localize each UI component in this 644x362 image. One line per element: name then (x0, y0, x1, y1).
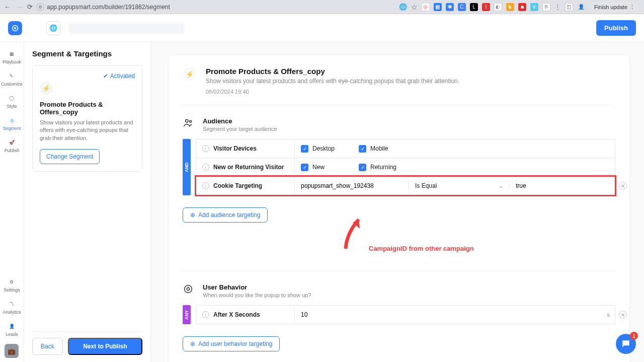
rail-publish[interactable]: 🚀Publish (5, 138, 20, 153)
publish-button[interactable]: Publish (596, 20, 636, 36)
rail-segment[interactable]: ◎Segment (3, 116, 21, 131)
behavior-section: User Behavior When would you like the po… (183, 283, 615, 362)
behavior-title: User Behavior (203, 283, 311, 291)
app-header: 🌐 Publish (0, 14, 644, 42)
grid-icon: ▦ (8, 49, 17, 58)
nav-rail: ▦Playbook ✎Customize ◯Style ◎Segment 🚀Pu… (0, 42, 24, 362)
segment-card-title: Promote Products & Offers_copy (40, 101, 135, 116)
seconds-input[interactable] (301, 311, 609, 318)
hero-desc: Show visitors your latest products and o… (206, 78, 459, 85)
app-logo[interactable] (8, 21, 22, 35)
info-icon[interactable]: i (202, 164, 209, 171)
palette-icon: ◯ (7, 94, 16, 103)
chat-button[interactable]: 1 (616, 334, 636, 354)
url-bar[interactable]: ⚙ app.popupsmart.com/builder/191882/segm… (37, 4, 170, 11)
back-button[interactable]: Back (32, 338, 63, 355)
svg-point-4 (185, 285, 192, 293)
add-audience-targeting-button[interactable]: ⊕ Add audience targeting (183, 207, 268, 223)
rail-customize[interactable]: ✎Customize (1, 71, 23, 87)
nav-back-icon[interactable]: ← (4, 3, 11, 11)
rail-style[interactable]: ◯Style (7, 94, 17, 109)
chevron-down-icon: ⌄ (499, 183, 503, 189)
hero-date: 08/02/2024 19:40 (206, 89, 459, 95)
finish-update-button[interactable]: Finish update ⋮ (589, 2, 640, 12)
rule-cookie-targeting: i Cookie Targeting Is Equal ⌄ (196, 176, 615, 195)
rail-leads[interactable]: 👤Leads (6, 322, 18, 337)
cookie-operator-select[interactable]: Is Equal ⌄ (409, 182, 509, 189)
rail-settings[interactable]: ⚙Settings (4, 277, 20, 293)
next-to-publish-button[interactable]: Next to Publish (68, 338, 142, 355)
svg-point-2 (186, 120, 189, 123)
remove-rule-button[interactable]: ✕ (619, 311, 627, 319)
browser-bar: ← → ⟳ ⚙ app.popupsmart.com/builder/19188… (0, 0, 644, 14)
rocket-icon: 🚀 (8, 138, 17, 147)
people-icon (183, 117, 194, 128)
annotation: CampaignID from other campaign (183, 223, 615, 257)
activated-badge: ✔ Activated (40, 73, 135, 80)
and-tag: AND (183, 139, 191, 195)
audience-title: Audience (203, 117, 277, 125)
url-text: app.popupsmart.com/builder/191882/segmen… (47, 4, 170, 11)
add-behavior-targeting-button[interactable]: ⊕ Add user behavior targeting (183, 336, 280, 351)
briefcase-icon[interactable]: 💼 (5, 344, 19, 358)
change-segment-button[interactable]: Change Segment (40, 149, 100, 164)
arrow-icon (341, 215, 371, 251)
info-icon[interactable]: i (202, 311, 209, 318)
main-content: ⚡ Promote Products & Offers_copy Show vi… (151, 42, 644, 362)
analytics-icon: 〽 (7, 300, 16, 309)
rail-analytics[interactable]: 〽Analytics (3, 300, 21, 315)
svg-point-1 (14, 27, 16, 29)
gear-icon: ⚙ (7, 277, 16, 286)
audience-section: Audience Segment your target audience AN… (183, 117, 615, 271)
target-icon: ◎ (8, 116, 17, 125)
kebab-icon: ⋮ (629, 4, 635, 10)
info-icon[interactable]: i (202, 182, 209, 189)
unit-seconds: s (607, 312, 610, 318)
side-panel: Segment & Targetings ✔ Activated ⚡ Promo… (24, 42, 151, 362)
rule-visitor-devices: i Visitor Devices ✓ Desktop ✓ Mobile (196, 139, 615, 158)
side-footer: Back Next to Publish (32, 331, 142, 355)
user-icon: 👤 (7, 322, 16, 331)
bookmark-star-icon[interactable]: ☆ (411, 3, 418, 11)
chat-badge: 1 (630, 332, 638, 340)
checkbox-mobile[interactable]: ✓ (359, 145, 366, 153)
side-title: Segment & Targetings (32, 49, 142, 58)
remove-rule-button[interactable]: ✕ (619, 182, 627, 190)
cookie-key-input[interactable] (301, 182, 402, 189)
hero-title: Promote Products & Offers_copy (206, 67, 459, 76)
audience-subtitle: Segment your target audience (203, 126, 277, 132)
checkbox-desktop[interactable]: ✓ (301, 145, 308, 153)
chat-icon (621, 339, 631, 349)
segment-card-desc: Show visitors your latest products and o… (40, 119, 135, 142)
pencil-icon: ✎ (7, 71, 16, 81)
nav-reload-icon[interactable]: ⟳ (27, 3, 33, 11)
extension-icons: 🌐 ☆ ◎ ▦ ✱ C L t ◐ ♞ ■ v ⎘ ⋮ ◫ 👤 Finish u… (399, 2, 640, 12)
cookie-value-input[interactable] (516, 182, 609, 189)
checkbox-returning[interactable]: ✓ (359, 164, 366, 171)
plus-circle-icon: ⊕ (190, 340, 195, 347)
eye-icon (183, 283, 194, 295)
svg-point-5 (187, 287, 190, 291)
info-icon[interactable]: i (202, 145, 209, 152)
bolt-icon: ⚡ (183, 67, 197, 81)
nav-forward-icon[interactable]: → (16, 3, 22, 11)
rule-new-returning: i New or Returning Visitor ✓ New ✓ Retur… (196, 158, 615, 177)
rail-playbook[interactable]: ▦Playbook (3, 49, 21, 64)
rule-after-x-seconds: i After X Seconds s ✕ (196, 305, 615, 324)
any-tag: ANY (183, 305, 191, 324)
checkbox-new[interactable]: ✓ (301, 164, 308, 171)
svg-point-3 (190, 120, 192, 122)
site-info-icon[interactable]: ⚙ (37, 4, 44, 11)
annotation-text: CampaignID from other campaign (369, 245, 474, 252)
behavior-subtitle: When would you like the popup to show up… (203, 292, 311, 298)
segment-hero: ⚡ Promote Products & Offers_copy Show vi… (183, 67, 615, 105)
plus-circle-icon: ⊕ (190, 211, 195, 219)
bolt-icon: ⚡ (40, 82, 53, 95)
translate-icon[interactable]: 🌐 (399, 3, 407, 11)
globe-icon[interactable]: 🌐 (46, 21, 60, 35)
segment-card: ✔ Activated ⚡ Promote Products & Offers_… (32, 65, 142, 172)
finish-update-label: Finish update (594, 4, 627, 10)
site-name-blurred (68, 23, 184, 33)
check-circle-icon: ✔ (103, 73, 108, 80)
